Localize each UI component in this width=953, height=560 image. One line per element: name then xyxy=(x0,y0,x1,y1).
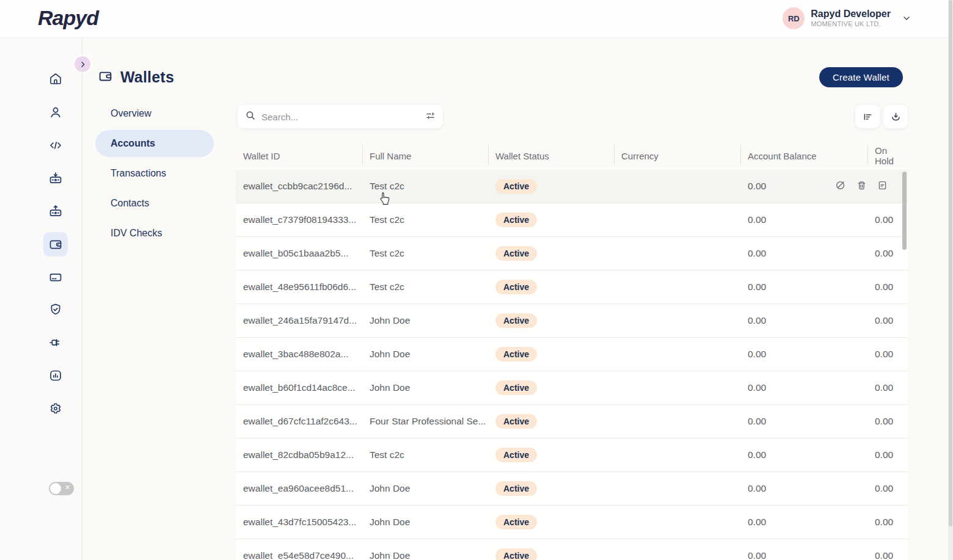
chevron-down-icon xyxy=(902,13,911,23)
cell-wallet-id: ewallet_246a15fa79147d... xyxy=(236,315,362,326)
status-badge: Active xyxy=(495,414,537,429)
table-body: ewallet_ccbb9cac2196d... Test c2c Active… xyxy=(236,170,908,560)
col-account-balance: Account Balance xyxy=(740,142,867,170)
subnav-item-contacts[interactable]: Contacts xyxy=(95,190,214,217)
cell-account-balance: 0.00 xyxy=(740,449,867,460)
table-row[interactable]: ewallet_c7379f08194333... Test c2c Activ… xyxy=(236,203,908,237)
table-row[interactable]: ewallet_82cdba05b9a12... Test c2c Active… xyxy=(236,438,908,472)
sidebar-collapse-button[interactable] xyxy=(75,56,90,72)
cell-account-balance: 0.00 xyxy=(740,214,867,225)
clients-icon[interactable] xyxy=(43,100,68,125)
cell-wallet-id: ewallet_c7379f08194333... xyxy=(236,214,362,225)
cell-full-name: John Doe xyxy=(362,550,488,560)
card-issuing-icon[interactable] xyxy=(43,265,68,289)
table-row[interactable]: ewallet_43d7fc15005423... John Doe Activ… xyxy=(236,506,908,539)
table-row[interactable]: ewallet_e54e58d7ce490... John Doe Active… xyxy=(236,539,908,560)
table-row[interactable]: ewallet_246a15fa79147d... John Doe Activ… xyxy=(236,304,908,338)
settings-icon[interactable] xyxy=(43,396,68,421)
filter-icon[interactable] xyxy=(425,111,436,123)
cell-wallet-id: ewallet_43d7fc15005423... xyxy=(236,517,362,528)
cell-wallet-status: Active xyxy=(488,246,614,261)
cell-wallet-status: Active xyxy=(488,213,614,227)
developers-icon[interactable] xyxy=(43,133,68,158)
toggle-x-icon: ✕ xyxy=(65,484,70,492)
table-row[interactable]: ewallet_3bac488e802a... John Doe Active … xyxy=(236,338,908,371)
top-bar: Rapyd RD Rapyd Developer MOMENTIVE UK LT… xyxy=(0,0,953,38)
subnav-list: Overview Accounts Transactions Contacts … xyxy=(82,97,236,250)
subnav-item-transactions[interactable]: Transactions xyxy=(95,160,214,187)
icon-sidebar: ✕ xyxy=(0,38,82,560)
cell-full-name: Test c2c xyxy=(362,181,488,192)
subnav-item-idv-checks[interactable]: IDV Checks xyxy=(95,220,214,247)
disable-wallet-icon[interactable] xyxy=(834,179,847,194)
cell-full-name: John Doe xyxy=(362,349,488,360)
cell-wallet-id: ewallet_48e95611fb06d6... xyxy=(236,282,362,293)
collect-icon[interactable] xyxy=(43,166,68,191)
cell-on-hold: 0.00 xyxy=(867,282,908,293)
col-wallet-id: Wallet ID xyxy=(236,142,362,170)
cell-full-name: Test c2c xyxy=(362,248,488,259)
col-wallet-status: Wallet Status xyxy=(488,142,614,170)
wallets-icon[interactable] xyxy=(43,232,68,256)
status-badge: Active xyxy=(495,448,537,462)
cell-account-balance: 0.00 xyxy=(740,517,867,528)
reports-icon[interactable] xyxy=(43,363,68,388)
cell-full-name: John Doe xyxy=(362,517,488,528)
cell-wallet-id: ewallet_d67cfc11af2c643... xyxy=(236,416,362,427)
cell-full-name: John Doe xyxy=(362,382,488,393)
cell-wallet-status: Active xyxy=(488,481,614,496)
cell-account-balance: 0.00 xyxy=(740,248,867,259)
cell-wallet-status: Active xyxy=(488,548,614,560)
page-scrollbar[interactable] xyxy=(948,0,953,560)
wallet-details-icon[interactable] xyxy=(877,180,888,194)
cell-wallet-status: Active xyxy=(488,347,614,362)
status-badge: Active xyxy=(495,481,537,496)
subnav-item-overview[interactable]: Overview xyxy=(95,100,214,127)
status-badge: Active xyxy=(495,515,537,529)
user-name: Rapyd Developer xyxy=(811,9,891,20)
table-row[interactable]: ewallet_ccbb9cac2196d... Test c2c Active… xyxy=(236,170,908,203)
download-button[interactable] xyxy=(883,105,908,128)
user-menu[interactable]: RD Rapyd Developer MOMENTIVE UK LTD. xyxy=(783,7,911,29)
table-row[interactable]: ewallet_b60f1cd14ac8ce... John Doe Activ… xyxy=(236,371,908,405)
table-row[interactable]: ewallet_d67cfc11af2c643... Four Star Pro… xyxy=(236,405,908,438)
status-badge: Active xyxy=(495,280,537,294)
cell-wallet-id: ewallet_ea960acee8d51... xyxy=(236,483,362,494)
cell-account-balance: 0.00 xyxy=(740,282,867,293)
search-input[interactable] xyxy=(261,112,420,122)
create-wallet-button[interactable]: Create Wallet xyxy=(819,67,903,87)
table-row[interactable]: ewallet_b05c1baaa2b5... Test c2c Active … xyxy=(236,237,908,271)
verify-icon[interactable] xyxy=(43,297,68,322)
cell-full-name: Test c2c xyxy=(362,449,488,460)
disburse-icon[interactable] xyxy=(43,199,68,224)
cell-wallet-status: Active xyxy=(488,448,614,462)
wallet-title-icon xyxy=(98,68,113,86)
subnav-item-accounts[interactable]: Accounts xyxy=(95,130,214,157)
cell-on-hold: 0.00 xyxy=(867,483,908,494)
cell-account-balance: 0.00 xyxy=(740,483,867,494)
toggle-knob xyxy=(50,483,61,494)
status-badge: Active xyxy=(495,380,537,395)
table-header: Wallet ID Full Name Wallet Status Curren… xyxy=(236,142,908,170)
wallets-subnav: Wallets Overview Accounts Transactions C… xyxy=(82,38,236,560)
table-row[interactable]: ewallet_48e95611fb06d6... Test c2c Activ… xyxy=(236,271,908,304)
cell-on-hold: 0.00 xyxy=(867,517,908,528)
integrations-icon[interactable] xyxy=(43,330,68,355)
cell-wallet-status: Active xyxy=(488,313,614,328)
table-row[interactable]: ewallet_ea960acee8d51... John Doe Active… xyxy=(236,472,908,506)
home-icon[interactable] xyxy=(43,67,68,91)
search-bar[interactable] xyxy=(238,105,443,128)
avatar: RD xyxy=(783,7,805,29)
cell-wallet-id: ewallet_ccbb9cac2196d... xyxy=(236,181,362,192)
status-badge: Active xyxy=(495,347,537,362)
table-scrollbar-thumb[interactable] xyxy=(902,172,907,250)
sort-button[interactable] xyxy=(855,105,880,128)
cell-wallet-status: Active xyxy=(488,515,614,529)
cell-wallet-id: ewallet_3bac488e802a... xyxy=(236,349,362,360)
status-badge: Active xyxy=(495,213,537,227)
delete-wallet-icon[interactable] xyxy=(856,180,867,194)
environment-toggle[interactable]: ✕ xyxy=(49,482,74,495)
cell-account-balance: 0.00 xyxy=(740,416,867,427)
status-badge: Active xyxy=(495,179,537,194)
search-icon xyxy=(245,110,256,123)
